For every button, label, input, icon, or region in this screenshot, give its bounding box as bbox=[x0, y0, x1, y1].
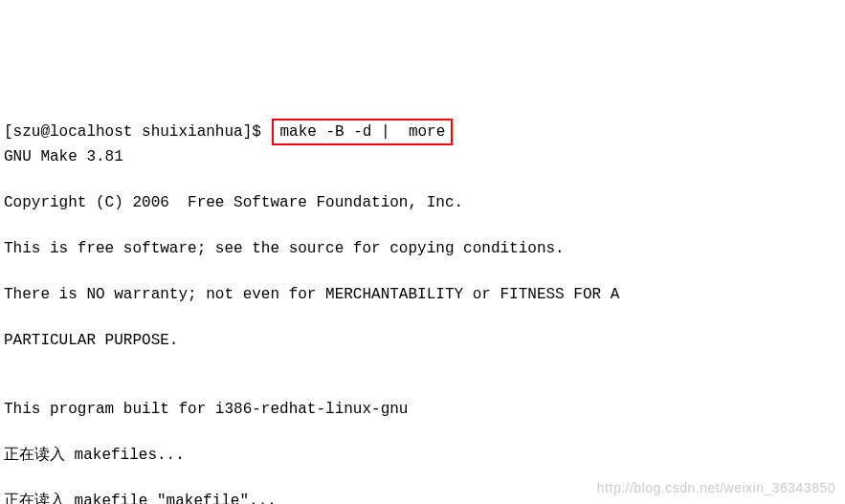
shell-prompt: [szu@localhost shuixianhua]$ bbox=[4, 123, 270, 141]
output-line: This program built for i386-redhat-linux… bbox=[4, 398, 841, 421]
output-line: PARTICULAR PURPOSE. bbox=[4, 329, 841, 352]
highlighted-command: make -B -d | more bbox=[272, 119, 453, 145]
output-line: 正在读入 makefiles... bbox=[4, 444, 841, 467]
output-line: There is NO warranty; not even for MERCH… bbox=[4, 283, 841, 306]
watermark-text: http://blog.csdn.net/weixin_36343850 bbox=[597, 478, 835, 498]
output-line: This is free software; see the source fo… bbox=[4, 237, 841, 260]
output-line: Copyright (C) 2006 Free Software Foundat… bbox=[4, 191, 841, 214]
terminal-output: [szu@localhost shuixianhua]$ make -B -d … bbox=[4, 96, 841, 504]
output-line: GNU Make 3.81 bbox=[4, 145, 841, 168]
